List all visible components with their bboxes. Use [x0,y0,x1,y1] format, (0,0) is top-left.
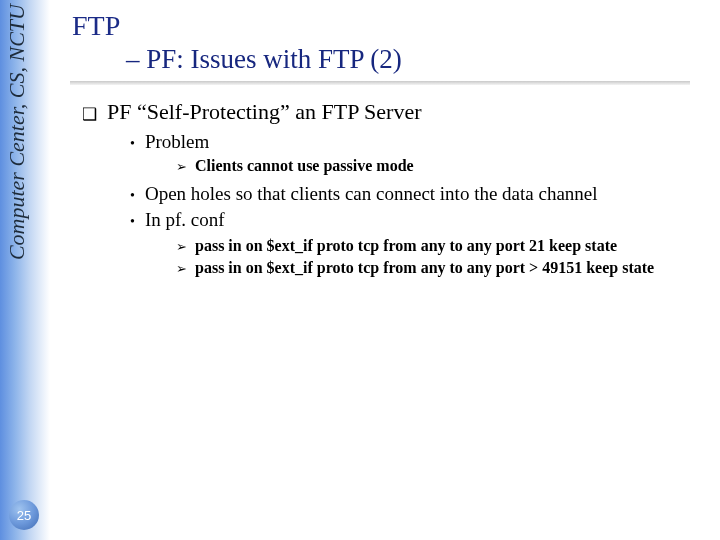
bullet-lvl2-problem-text: Problem [145,131,209,153]
bullet-lvl3-rule2-text: pass in on $ext_if proto tcp from any to… [195,259,654,277]
page-number: 25 [17,508,31,523]
triangle-bullet-icon: ➢ [176,261,187,277]
bullet-lvl3-rule1: ➢ pass in on $ext_if proto tcp from any … [176,237,700,255]
page-number-badge: 25 [9,500,39,530]
bullet-lvl3-rule1-text: pass in on $ext_if proto tcp from any to… [195,237,617,255]
heading-subtitle: – PF: Issues with FTP (2) [126,44,700,75]
heading-main: FTP [72,10,700,42]
bullet-lvl1-text: PF “Self-Protecting” an FTP Server [107,99,421,125]
bullet-lvl2-problem: • Problem [130,131,700,153]
triangle-bullet-icon: ➢ [176,239,187,255]
slide-content: FTP – PF: Issues with FTP (2) ❑ PF “Self… [72,10,700,277]
bullet-list: ❑ PF “Self-Protecting” an FTP Server • P… [72,99,700,277]
triangle-bullet-icon: ➢ [176,159,187,175]
bullet-lvl2-pfconf: • In pf. conf [130,209,700,231]
bullet-lvl2-openholes: • Open holes so that clients can connect… [130,183,700,205]
square-bullet-icon: ❑ [82,104,97,125]
bullet-lvl3-passive: ➢ Clients cannot use passive mode [176,157,700,175]
bullet-lvl1: ❑ PF “Self-Protecting” an FTP Server [82,99,700,125]
bullet-lvl3-passive-text: Clients cannot use passive mode [195,157,414,175]
dot-bullet-icon: • [130,136,135,152]
sidebar-org-label: Computer Center, CS, NCTU [4,4,30,260]
heading-divider [70,81,690,85]
dot-bullet-icon: • [130,188,135,204]
bullet-lvl2-openholes-text: Open holes so that clients can connect i… [145,183,598,205]
bullet-lvl2-pfconf-text: In pf. conf [145,209,225,231]
dot-bullet-icon: • [130,214,135,230]
sidebar-gradient: Computer Center, CS, NCTU 25 [0,0,50,540]
bullet-lvl3-rule2: ➢ pass in on $ext_if proto tcp from any … [176,259,700,277]
